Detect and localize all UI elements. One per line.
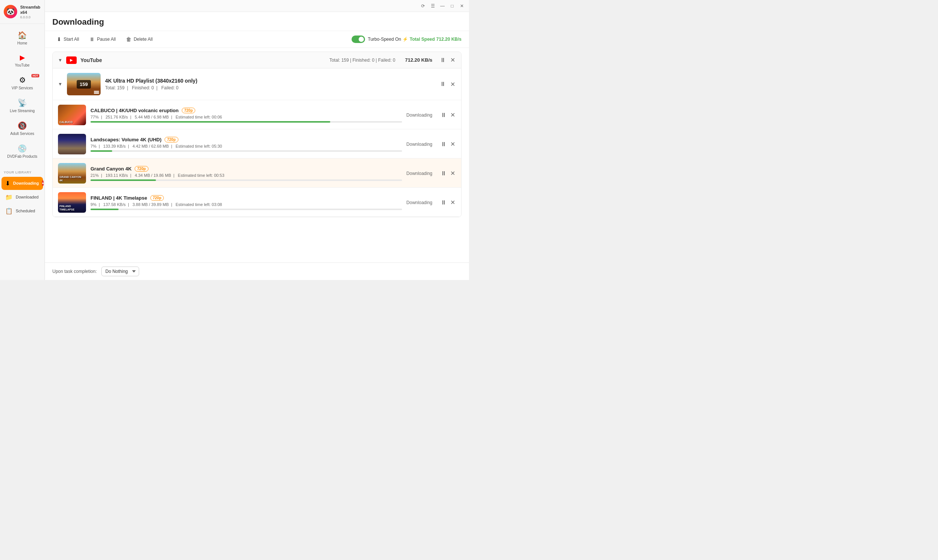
sidebar-item-home[interactable]: 🏠 Home [2,27,42,49]
close-button[interactable]: ✕ [458,2,466,10]
playlist-item: ▼ 159 4K Ultra HD Playlist (3840x2160 on… [53,68,461,100]
item-progress-info-finland: 9% | 137.58 KB/s | 3.88 MB / 39.89 MB | … [91,202,402,207]
delete-all-label: Delete All [134,37,152,42]
toggle-knob [359,37,364,42]
item-close-button-landscapes[interactable]: ✕ [450,140,456,148]
youtube-pause-button[interactable]: ⏸ [439,56,447,64]
item-thumbnail-finland: FINLAND TIMELAPSE [58,192,86,213]
quality-badge-grandcanyon: 720p [135,166,148,172]
maximize-button[interactable]: □ [448,2,456,10]
downloaded-icon: 📁 [5,194,13,201]
total-speed-display: ⚡ Total Speed 712.20 KB/s [402,37,462,42]
item-pause-button-finland[interactable]: ⏸ [440,198,447,207]
item-info-grandcanyon: Grand Canyon 4K 720p 21% | 193.11 KB/s |… [91,166,402,181]
progress-bar-fill-finland [91,209,119,210]
quality-badge-landscapes: 720p [165,137,179,142]
item-info-finland: FINLAND | 4K Timelapse 720p 9% | 137.58 … [91,195,402,210]
lib-item-label: Downloading [13,181,39,185]
item-status-grandcanyon: Downloading [407,171,432,176]
toolbar: ⬇ Start All ⏸ Pause All 🗑 Delete All Tur… [45,31,469,48]
download-item-grandcanyon: GRAND CANYON 4K Grand Canyon 4K 720p 21%… [53,158,461,188]
sidebar-item-vip[interactable]: ⚙ VIP Services HOT [2,72,42,94]
menu-button[interactable]: ☰ [428,2,437,10]
sidebar-item-livestream[interactable]: 📡 Live Streaming [2,95,42,117]
sidebar-item-label: YouTube [15,63,29,67]
sidebar-item-youtube[interactable]: ▶ YouTube [2,50,42,71]
item-close-button-calbuco[interactable]: ✕ [450,111,456,119]
livestream-icon: 📡 [18,98,27,107]
sidebar: 🐼 Streamfab x64 6.0.0.0 🏠 Home ▶ YouTube… [0,0,45,280]
app-name: Streamfab x64 [20,5,41,15]
sidebar-item-downloading[interactable]: ⬇ Downloading ● [2,177,43,190]
sidebar-item-label: Home [17,41,27,45]
playlist-thumbnail: 159 [67,73,101,95]
playlist-count-badge: 159 [77,80,91,89]
library-section: YOUR LIBRARY [0,165,45,177]
progress-bar-bg-landscapes [91,150,402,152]
playlist-expand-chevron[interactable]: ▼ [58,82,62,87]
minimize-button[interactable]: — [438,2,447,10]
youtube-section-title: YouTube [80,57,102,63]
scheduled-icon: 📋 [5,208,13,215]
turbo-area: Turbo-Speed On [351,35,401,43]
start-all-button[interactable]: ⬇ Start All [52,34,83,45]
item-close-button-grandcanyon[interactable]: ✕ [450,169,456,178]
item-thumbnail-grandcanyon: GRAND CANYON 4K [58,163,86,183]
item-pause-button-calbuco[interactable]: ⏸ [440,111,447,119]
titlebar: ⟳ ☰ — □ ✕ [45,0,469,12]
sidebar-item-downloaded[interactable]: 📁 Downloaded [2,191,43,204]
item-pause-button-grandcanyon[interactable]: ⏸ [440,169,447,178]
turbo-label: Turbo-Speed On [368,37,401,42]
sidebar-item-dvdfab[interactable]: 💿 DVDFab Products [2,140,42,162]
turbo-toggle[interactable] [351,35,365,43]
sidebar-item-label: VIP Services [12,86,33,90]
pause-all-label: Pause All [97,37,116,42]
item-progress-info-grandcanyon: 21% | 193.11 KB/s | 4.34 MB / 19.86 MB |… [91,173,402,178]
footer-label: Upon task completion: [52,269,97,274]
main-content: ⟳ ☰ — □ ✕ Downloading ⬇ Start All ⏸ Paus… [45,0,469,280]
content-area: ▼ YouTube Total: 159 | Finished: 0 | Fai… [45,48,469,262]
youtube-section-header: ▼ YouTube Total: 159 | Finished: 0 | Fai… [53,52,461,68]
delete-all-button[interactable]: 🗑 Delete All [122,34,157,45]
start-all-label: Start All [63,37,79,42]
lib-item-label: Scheduled [16,209,35,213]
sidebar-item-scheduled[interactable]: 📋 Scheduled [2,205,43,218]
downloading-icon: ⬇ [5,180,10,187]
item-progress-info-landscapes: 7% | 133.39 KB/s | 4.42 MB / 62.68 MB | … [91,144,402,148]
download-item-calbuco: CALBUCO CALBUCO | 4K/UHD volcanic erupti… [53,100,461,129]
youtube-expand-chevron[interactable]: ▼ [58,58,62,63]
progress-bar-fill-calbuco [91,121,330,123]
youtube-close-button[interactable]: ✕ [450,56,456,64]
item-title-finland: FINLAND | 4K Timelapse [91,195,147,201]
completion-action-select[interactable]: Do Nothing Sleep Shutdown Exit [102,266,139,276]
start-all-icon: ⬇ [57,36,61,42]
youtube-section-stats: Total: 159 | Finished: 0 | Failed: 0 [330,58,395,63]
playlist-pause-button[interactable]: ⏸ [439,80,447,89]
item-pause-button-landscapes[interactable]: ⏸ [440,140,447,148]
total-speed-label: Total Speed [410,37,434,42]
item-close-button-finland[interactable]: ✕ [450,198,456,207]
app-logo-icon: 🐼 [4,5,17,18]
sidebar-item-label: Adult Services [11,132,34,136]
item-title-grandcanyon: Grand Canyon 4K [91,166,132,172]
item-status-calbuco: Downloading [407,112,432,118]
footer: Upon task completion: Do Nothing Sleep S… [45,262,469,280]
logo-area: 🐼 Streamfab x64 6.0.0.0 [0,0,45,24]
sidebar-item-adult[interactable]: 🔞 Adult Services [2,117,42,140]
page-header: Downloading [45,12,469,31]
playlist-info: 4K Ultra HD Playlist (3840x2160 only) To… [105,78,434,91]
playlist-stats: Total: 159 | Finished: 0 | Failed: 0 [105,85,434,91]
page-title: Downloading [52,17,462,27]
item-info-landscapes: Landscapes: Volume 4K (UHD) 720p 7% | 13… [91,137,402,152]
item-progress-info-calbuco: 77% | 251.76 KB/s | 5.44 MB / 6.98 MB | … [91,115,402,119]
vip-icon: ⚙ [19,75,26,85]
playlist-close-button[interactable]: ✕ [450,80,456,89]
item-thumbnail-calbuco: CALBUCO [58,105,86,125]
quality-badge-calbuco: 720p [182,108,196,113]
thumb-text-finland: FINLAND TIMELAPSE [60,205,85,211]
pause-all-button[interactable]: ⏸ Pause All [85,34,120,45]
playlist-title: 4K Ultra HD Playlist (3840x2160 only) [105,78,434,84]
item-status-landscapes: Downloading [407,142,432,147]
restore-button[interactable]: ⟳ [419,2,427,10]
dvdfab-icon: 💿 [18,144,27,153]
